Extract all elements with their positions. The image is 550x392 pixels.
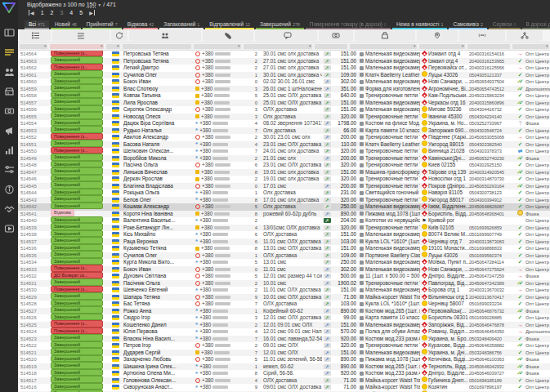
statistics-icon[interactable] [3,145,15,156]
address-column-header[interactable] [417,30,458,41]
ttn-number[interactable]: 0504303382540 [469,141,515,149]
ttn-number[interactable]: 20400314870730 [469,176,515,183]
page-button-2[interactable]: 2 [51,10,54,16]
tab-Новий[interactable]: Новий48 [51,20,81,29]
ttn-number[interactable]: 20450648826087 [469,203,515,211]
ttn-number[interactable]: 0504302925150 [469,162,515,169]
address-filter[interactable]: ▾ [419,44,465,49]
store-icon[interactable] [3,87,15,97]
ttn-number[interactable]: 20450652740230 [469,155,515,163]
ttn-number[interactable]: 20400313670417 [469,294,515,301]
ttn-number[interactable]: 20400314920545 [469,169,515,176]
ttn-number[interactable]: 0501699028885 [469,314,515,322]
id-column-header[interactable] [19,30,51,41]
ttn-number[interactable]: 20400316153965 [469,58,515,65]
client-filter[interactable] [123,44,191,49]
ttn-number[interactable]: 20450646100363 [469,356,515,363]
channel-column-header[interactable] [507,30,543,41]
product-filter[interactable]: ▾ [350,44,417,49]
info-icon[interactable] [3,185,15,195]
phone-column-header[interactable] [203,30,253,41]
ttn-number[interactable]: 20450646358882 [469,342,515,350]
ttn-column-header[interactable] [459,30,505,41]
board-icon[interactable] [3,28,15,38]
tab-Повернення товару (в дорозі)[interactable]: Повернення товару (в дорозі)0 [306,20,391,29]
repeat-filter[interactable]: ▾ [106,44,120,49]
ttn-number[interactable]: 0504300394912 [469,197,515,204]
ttn-number[interactable]: 0501699033234 [469,301,515,308]
page-button-4[interactable]: 4 [69,10,73,16]
channel-filter[interactable]: ▾ [512,44,549,49]
settings-sliders-icon[interactable] [3,165,15,176]
ttn-number[interactable]: 0503252733967 [469,120,515,127]
tab-В дорозі додому[interactable]: В дорозі додому0 [522,20,550,29]
status-column-header[interactable] [52,30,110,41]
ttn-number[interactable]: 20400313670032 [469,287,515,294]
ttn-number[interactable]: 0504303548724 [469,127,515,135]
ttn-number[interactable]: 0501699926859 [469,225,515,232]
ttn-number[interactable]: 0501697896197 [469,384,515,391]
ttn-number[interactable]: 20400316125566 [469,65,515,72]
clients-icon[interactable] [3,67,15,78]
page-button-1[interactable]: 1 [41,10,44,16]
orders-list-icon[interactable] [3,47,15,58]
ttn-number[interactable]: 0504305121337 [469,72,515,79]
ttn-number[interactable]: 20450648368401 [469,211,515,218]
ttn-number[interactable]: 0501699907749 [469,231,515,238]
tab-Прийнятий[interactable]: Прийнятий7 [83,20,122,29]
product-column-header[interactable] [355,30,415,41]
ttn-number[interactable]: 20450315863234 [469,92,515,100]
repeat-client-column-header[interactable] [111,30,127,41]
ttn-number[interactable]: 0504300738123 [469,189,515,197]
tab-Завершений[interactable]: Завершений278 [256,20,304,29]
tab-Сервіси[interactable]: Сервіси0 [489,20,521,29]
tab-Відправлений[interactable]: Відправлений12 [205,20,254,29]
ttn-number[interactable]: 0501699560374 [469,252,515,260]
page-button-3[interactable]: 3 [60,10,63,16]
ttn-number[interactable]: 0504304416732 [469,106,515,114]
ttn-number[interactable]: 20400316154016 [469,51,515,58]
last-page-button[interactable]: ▶ [89,10,95,16]
megaphone-icon[interactable] [3,126,15,136]
ttn-number[interactable]: 20450646042932 [469,363,515,371]
ttn-number[interactable]: 20450650293164 [469,183,515,190]
tab-Нема в наявності[interactable]: Нема в наявності1 [392,20,447,29]
page-button-5[interactable]: 5 [79,10,83,16]
ttn-number[interactable]: 0503248409420 [469,336,515,343]
ttn-number[interactable]: 20450647284114 [469,259,515,266]
id-filter[interactable]: ▾ [20,44,47,49]
tab-Всі[interactable]: Всі471 [25,20,49,29]
status-filter[interactable]: ▾ [50,44,104,49]
ttn-number[interactable]: 20450647242389 [469,280,515,287]
ttn-number[interactable]: 20450654937504 [469,78,515,86]
payment-filter[interactable] [315,44,347,49]
ttn-number[interactable]: 0504303378373 [469,148,515,155]
ttn-number[interactable]: 0503248386756 [469,350,515,357]
ttn-number[interactable]: 20450654743512 [469,86,515,93]
ttn-number[interactable]: 20450653055068 [469,134,515,141]
partners-icon[interactable] [3,204,15,215]
ttn-number[interactable]: 20450647275924 [469,266,515,274]
ttn-number[interactable]: 0501699888833 [469,245,515,252]
phone-filter[interactable]: ▾ [194,44,241,49]
ttn-number[interactable]: 20400313873083 [469,238,515,246]
ttn-filter[interactable] [467,44,510,49]
records-range[interactable]: Відображено з 100 по 150 ▼ / 471 [27,2,550,7]
tab-Відмова[interactable]: Відмова42 [123,20,159,29]
comment-filter[interactable]: ▾ [244,44,312,49]
client-column-header[interactable] [129,30,201,41]
video-tutorials-icon[interactable] [3,224,15,234]
ttn-number[interactable]: 20450646476878 [469,322,515,329]
ttn-number[interactable]: 0501698185189 [469,377,515,385]
ttn-number[interactable]: 20450646454350 [469,328,515,336]
ttn-number[interactable]: 20400315860896 [469,100,515,107]
ttn-number[interactable]: 0504304224140 [469,114,515,121]
ttn-number[interactable]: 20450646039727 [469,370,515,377]
payment-column-header[interactable] [319,30,353,41]
first-page-button[interactable]: ◀ [29,10,34,16]
tab-Самовивіз[interactable]: Самовивіз2 [449,20,486,29]
tab-Запакований[interactable]: Запакований1 [159,20,203,29]
finance-icon[interactable] [3,106,15,117]
ttn-number[interactable]: 20450647247259 [469,273,515,280]
ttn-number[interactable]: 20450646876732 [469,308,515,315]
